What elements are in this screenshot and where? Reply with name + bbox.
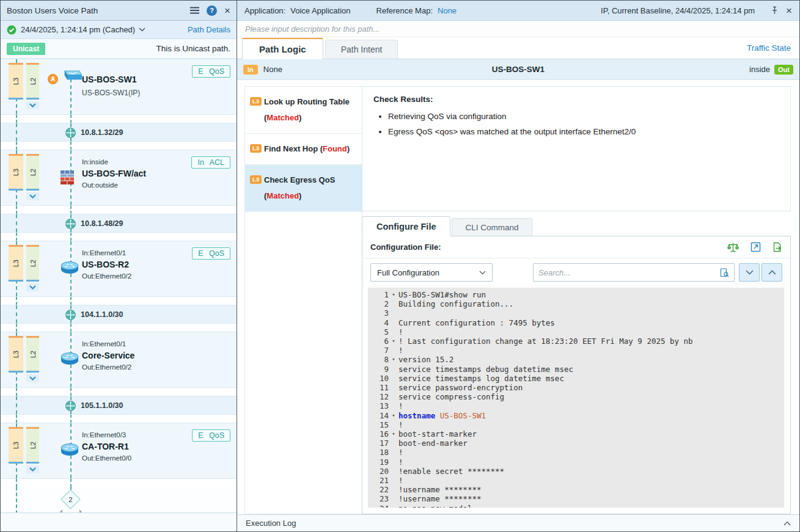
pin-icon[interactable] <box>771 6 779 15</box>
traffic-state-link[interactable]: Traffic State <box>747 43 791 53</box>
fold-spacer <box>389 308 398 318</box>
export-file-icon[interactable] <box>772 242 782 252</box>
link-subnet-label: 10.8.1.48/29 <box>81 214 123 233</box>
layer-tab-l3[interactable]: L3 <box>9 427 23 464</box>
path-dashed-line-center <box>70 324 72 332</box>
router-icon <box>60 260 79 278</box>
tab-configure-file[interactable]: Configure File <box>362 216 450 236</box>
multipath-diamond[interactable]: 2 <box>61 489 81 509</box>
config-search-input[interactable] <box>538 268 720 277</box>
expand-layers-icon[interactable] <box>26 374 39 382</box>
code-line-number: 6 <box>369 337 389 346</box>
device-name: US-BOS-FW/act <box>82 169 146 178</box>
layer3-badge: L3 <box>250 175 262 184</box>
code-line: 16▾boot-start-marker <box>369 429 784 439</box>
device-in-interface: In:Ethernet0/3 <box>82 431 131 439</box>
link-subnet-label: 104.1.1.0/30 <box>81 305 123 324</box>
code-line-number: 5 <box>369 327 389 337</box>
close-panel-icon[interactable]: × <box>224 5 230 16</box>
code-line-number: 12 <box>369 392 389 401</box>
step-item-2[interactable]: L3Find Next Hop (Found) <box>245 134 362 165</box>
code-line-number: 8 <box>369 355 389 364</box>
device-node-US-BOS-FW/act[interactable]: L3L2In:insideUS-BOS-FW/actOut:outsideIn … <box>1 150 237 206</box>
config-type-dropdown[interactable]: Full Configuration <box>370 263 493 282</box>
layer-tab-l2-label: L2 <box>29 351 37 358</box>
code-line-number: 13 <box>369 401 389 410</box>
device-node-US-BOS-SW1[interactable]: L3L2AUS-BOS-SW1US-BOS-SW1(IP)E QoS <box>1 59 237 115</box>
code-line: 2Building configuration... <box>369 299 784 308</box>
search-prev-button[interactable] <box>761 263 782 282</box>
config-code-viewer[interactable]: 1▾US-BOS-SW1#show run2Building configura… <box>368 288 784 508</box>
code-line-text: ! <box>398 401 403 410</box>
help-icon[interactable]: ? <box>207 5 217 16</box>
check-results-title: Check Results: <box>373 95 779 104</box>
code-line-number: 21 <box>369 476 389 485</box>
layer-tab-l3[interactable]: L3 <box>9 154 23 191</box>
step-item-3[interactable]: L3Check Egress QoS (Matched) <box>245 165 362 212</box>
menu-icon[interactable] <box>190 7 199 14</box>
device-node-Core-Service[interactable]: L3L2In:Ethernet0/1Core-ServiceOut:Ethern… <box>1 332 237 388</box>
layer-tab-l2-label: L2 <box>29 260 37 267</box>
layer-tab-l3-label: L3 <box>12 442 20 449</box>
expand-layers-icon[interactable] <box>26 465 39 473</box>
layer-tab-l2-label: L2 <box>29 169 37 176</box>
fold-marker-icon[interactable]: ▾ <box>389 337 398 346</box>
code-line: 15! <box>369 420 784 429</box>
device-badge-e-qos[interactable]: E QoS <box>192 65 230 78</box>
fold-marker-icon[interactable]: ▾ <box>389 411 398 420</box>
link-node-10-8-1-32-29[interactable]: 10.8.1.32/29 <box>1 123 237 142</box>
fold-spacer <box>389 401 398 410</box>
device-badge-e-qos[interactable]: E QoS <box>192 429 230 442</box>
link-node-105-1-1-0-30[interactable]: 105.1.1.0/30 <box>1 396 237 415</box>
path-dashed-line-center <box>70 479 72 487</box>
path-details-link[interactable]: Path Details <box>188 25 230 34</box>
device-badge-e-qos[interactable]: E QoS <box>192 247 230 260</box>
description-field[interactable]: Please input description for this path..… <box>237 21 799 37</box>
fold-marker-icon[interactable]: ▾ <box>389 429 398 439</box>
layer-tab-l3[interactable]: L3 <box>9 336 23 373</box>
tab-cli-command[interactable]: CLI Command <box>452 218 532 236</box>
code-line-number: 23 <box>369 494 389 503</box>
layer-tab-l2[interactable]: L2 <box>26 63 39 100</box>
out-badge: Out <box>774 65 793 75</box>
code-line-text: version 15.2 <box>398 355 453 364</box>
layer-tab-l2[interactable]: L2 <box>26 154 39 191</box>
close-detail-icon[interactable]: × <box>786 5 792 16</box>
device-node-US-BOS-R2[interactable]: L3L2In:Ethernet0/1US-BOS-R2Out:Ethernet0… <box>1 241 237 297</box>
fold-marker-icon[interactable]: ▾ <box>389 355 398 364</box>
link-node-104-1-1-0-30[interactable]: 104.1.1.0/30 <box>1 305 237 324</box>
link-node-10-8-1-48-29[interactable]: 10.8.1.48/29 <box>1 214 237 233</box>
code-line-text: ! <box>398 448 403 457</box>
path-gap <box>1 142 237 150</box>
tab-path-logic[interactable]: Path Logic <box>242 38 323 59</box>
layer-tab-l2-label: L2 <box>29 78 37 85</box>
open-in-new-icon[interactable] <box>750 242 761 252</box>
timestamp-dropdown-icon[interactable] <box>139 27 145 32</box>
layer-tab-l2[interactable]: L2 <box>26 245 39 282</box>
tab-path-intent[interactable]: Path Intent <box>325 40 398 59</box>
device-name: US-BOS-R2 <box>82 260 131 269</box>
fold-marker-icon[interactable]: ▾ <box>389 504 398 508</box>
layer-tab-l3[interactable]: L3 <box>9 245 23 282</box>
device-badge-in-acl[interactable]: In ACL <box>191 156 230 169</box>
layer-tab-l2[interactable]: L2 <box>26 336 39 373</box>
layer-tab-l3[interactable]: L3 <box>9 63 23 100</box>
path-gap <box>1 388 237 396</box>
step-item-1[interactable]: L3Look up Routing Table (Matched) <box>245 87 362 134</box>
search-in-doc-icon[interactable] <box>720 268 729 277</box>
search-next-button[interactable] <box>739 263 760 282</box>
execution-log-bar[interactable]: Execution Log <box>237 514 799 531</box>
fold-marker-icon[interactable]: ▾ <box>389 290 398 299</box>
code-line-text: !username ******** <box>398 485 481 494</box>
device-info: In:Ethernet0/1US-BOS-R2Out:Ethernet0/2 <box>82 241 131 280</box>
path-dashed-line-center <box>70 233 72 241</box>
expand-layers-icon[interactable] <box>26 283 39 291</box>
layer-tab-l2[interactable]: L2 <box>26 427 39 464</box>
reference-map-value[interactable]: None <box>438 6 457 15</box>
collapse-up-icon[interactable] <box>783 521 791 526</box>
device-bar: US-BOS-SW1 In None inside Out <box>237 59 799 80</box>
expand-layers-icon[interactable] <box>26 101 39 109</box>
compare-icon[interactable] <box>727 242 739 253</box>
expand-layers-icon[interactable] <box>26 192 39 200</box>
device-node-CA-TOR-R1[interactable]: L3L2In:Ethernet0/3CA-TOR-R1Out:Ethernet0… <box>1 423 237 479</box>
